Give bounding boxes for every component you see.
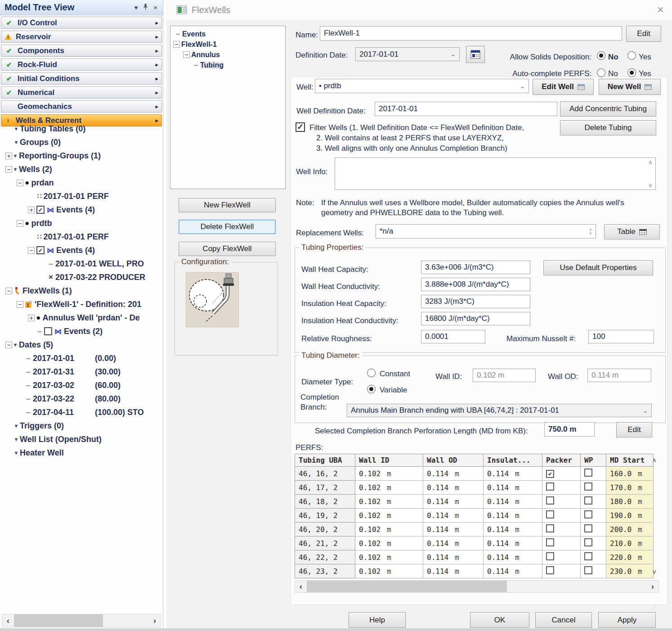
perfs-row[interactable]: 46, 23, 20.102m0.114m0.114m230.0m xyxy=(295,564,654,578)
flexwell-tree[interactable]: – Events − FlexWell-1 − Annulus – Tubing xyxy=(170,26,286,189)
allow-solids-yes-radio[interactable] xyxy=(627,51,636,60)
cell-insulat[interactable]: 0.114m xyxy=(484,467,542,481)
cell-md-start[interactable]: 190.0m xyxy=(606,509,654,523)
pin-icon[interactable] xyxy=(143,4,148,11)
cell-tubing-uba[interactable]: 46, 19, 2 xyxy=(295,509,355,523)
perfs-vertical-scrollbar[interactable]: ∧ ∨ xyxy=(650,454,658,579)
collapse-icon[interactable]: − xyxy=(5,166,12,173)
perfs-table[interactable]: Tubing UBA Wall ID Wall OD Insulat... Pa… xyxy=(295,454,654,578)
event-checkbox[interactable] xyxy=(44,327,52,335)
packer-checkbox[interactable] xyxy=(546,552,554,560)
add-concentric-tubing-button[interactable]: Add Concentric Tubing xyxy=(560,101,656,117)
scroll-left-icon[interactable]: ‹ xyxy=(295,581,307,591)
section-row[interactable]: Geomechanics ▸ xyxy=(1,100,162,113)
cell-wall-od[interactable]: 0.114m xyxy=(423,536,484,550)
insulation-heat-conductivity-input[interactable]: 16800 J/(m*day*C) xyxy=(421,312,530,325)
cell-wall-od[interactable]: 0.114m xyxy=(423,467,484,481)
name-input[interactable]: FlexWell-1 xyxy=(320,26,622,41)
tree-item[interactable]: ▾Triggers (0) xyxy=(0,419,163,433)
tree-item[interactable]: ▾Well List (Open/Shut) xyxy=(0,433,163,446)
wp-checkbox[interactable] xyxy=(584,538,592,546)
tree-item-selected[interactable]: – Tubing xyxy=(170,60,285,70)
section-row[interactable]: Numerical ▸ xyxy=(1,86,162,99)
tree-item[interactable]: −•prdan xyxy=(0,176,163,189)
resize-grip[interactable]: ⋰ xyxy=(651,604,657,610)
col-wall-id[interactable]: Wall ID xyxy=(355,454,423,467)
scrollbar-thumb[interactable] xyxy=(14,614,103,627)
tree-item[interactable]: −⋈Events (4) xyxy=(0,243,163,257)
horizontal-scrollbar[interactable]: ‹ › xyxy=(2,614,161,627)
packer-checkbox[interactable] xyxy=(546,496,554,505)
wall-heat-conductivity-input[interactable]: 3.888e+008 J/(m*day*C) xyxy=(421,278,530,291)
wall-heat-capacity-input[interactable]: 3.63e+006 J/(m3*C) xyxy=(421,261,530,274)
tree-item[interactable]: –2017-03-02(60.00) xyxy=(0,379,163,392)
col-md-start[interactable]: MD Start xyxy=(606,454,654,467)
tree-item[interactable]: −FlexWells (1) xyxy=(0,284,163,297)
col-packer[interactable]: Packer xyxy=(542,454,581,467)
col-tubing-uba[interactable]: Tubing UBA xyxy=(295,454,355,467)
cell-wall-od[interactable]: 0.114m xyxy=(423,550,484,564)
new-well-button[interactable]: New Well xyxy=(599,79,661,95)
wp-checkbox[interactable] xyxy=(584,510,592,518)
cell-wall-od[interactable]: 0.114m xyxy=(423,509,484,523)
section-row[interactable]: Components ▸ xyxy=(1,45,162,57)
scroll-down-icon[interactable]: ∨ xyxy=(652,568,656,575)
cell-tubing-uba[interactable]: 46, 22, 2 xyxy=(295,550,355,564)
cancel-button[interactable]: Cancel xyxy=(535,612,592,628)
delete-flexwell-button[interactable]: Delete FlexWell xyxy=(179,220,276,234)
perfs-row[interactable]: 46, 18, 20.102m0.114m0.114m180.0m xyxy=(295,495,654,509)
cell-wall-id[interactable]: 0.102m xyxy=(355,481,423,495)
scroll-up-icon[interactable]: ∧ xyxy=(648,159,653,166)
arrow-right-icon[interactable]: ▸ xyxy=(155,61,158,68)
cell-insulat[interactable]: 0.114m xyxy=(484,495,542,509)
apply-button[interactable]: Apply xyxy=(598,612,656,628)
relative-roughness-input[interactable]: 0.0001 xyxy=(421,330,485,343)
packer-checkbox[interactable] xyxy=(546,470,554,478)
close-icon[interactable]: × xyxy=(153,4,157,11)
cell-tubing-uba[interactable]: 46, 23, 2 xyxy=(295,564,355,578)
packer-checkbox[interactable] xyxy=(546,524,554,532)
tree-item[interactable]: −▾Dates (5) xyxy=(0,338,163,352)
scroll-right-icon[interactable]: › xyxy=(647,581,659,591)
perforation-length-edit-button[interactable]: Edit xyxy=(616,422,652,437)
cell-wall-id[interactable]: 0.102m xyxy=(355,509,423,523)
diameter-constant-radio[interactable] xyxy=(367,369,376,377)
tree-item[interactable]: ∷2017-01-01 PERF xyxy=(0,189,163,203)
cell-md-start[interactable]: 160.0m xyxy=(606,467,654,481)
cell-wall-id[interactable]: 0.102m xyxy=(355,523,423,536)
cell-md-start[interactable]: 210.0m xyxy=(606,536,654,550)
collapse-icon[interactable]: − xyxy=(17,301,23,308)
cell-md-start[interactable]: 200.0m xyxy=(606,523,654,536)
edit-name-button[interactable]: Edit xyxy=(626,26,661,42)
well-info-textarea[interactable]: ∧∨ xyxy=(335,158,656,190)
cell-insulat[interactable]: 0.114m xyxy=(484,523,542,536)
tree-item[interactable]: ▾Groups (0) xyxy=(0,135,163,149)
cell-tubing-uba[interactable]: 46, 16, 2 xyxy=(295,467,355,481)
allow-solids-no-radio[interactable] xyxy=(597,51,605,60)
expand-icon[interactable]: + xyxy=(5,153,12,159)
cell-insulat[interactable]: 0.114m xyxy=(484,564,542,578)
tree-item[interactable]: –⋈Events (2) xyxy=(0,325,163,338)
chevron-down-icon[interactable]: ▾ xyxy=(134,4,138,12)
section-row[interactable]: Reservoir ▸ xyxy=(1,31,162,43)
arrow-right-icon[interactable]: ▸ xyxy=(155,103,158,110)
cell-wall-id[interactable]: 0.102m xyxy=(355,467,423,481)
packer-checkbox[interactable] xyxy=(546,538,554,546)
collapse-icon[interactable]: − xyxy=(5,288,12,294)
wall-od-input[interactable]: 0.114 m xyxy=(587,369,651,382)
packer-checkbox[interactable] xyxy=(546,510,554,518)
well-select[interactable]: • prdtb ⌄ xyxy=(315,79,529,93)
delete-tubing-button[interactable]: Delete Tubing xyxy=(560,120,656,135)
sort-up-icon[interactable]: ∧ xyxy=(652,456,656,464)
table-button[interactable]: Table xyxy=(604,224,660,239)
tree-item[interactable]: +▾Reporting-Groups (1) xyxy=(0,149,163,162)
collapse-icon[interactable]: − xyxy=(28,247,35,254)
wp-checkbox[interactable] xyxy=(584,469,592,477)
cell-tubing-uba[interactable]: 46, 17, 2 xyxy=(295,481,355,495)
cell-wall-id[interactable]: 0.102m xyxy=(355,536,423,550)
perfs-row[interactable]: 46, 17, 20.102m0.114m0.114m170.0m xyxy=(295,481,654,495)
tree-item[interactable]: −'FlexWell-1' - Definition: 201 xyxy=(0,297,163,311)
cell-wall-id[interactable]: 0.102m xyxy=(355,550,423,564)
textarea-scrollbar[interactable]: ∧∨ xyxy=(646,159,654,189)
tree-item[interactable]: – Events xyxy=(170,29,285,39)
